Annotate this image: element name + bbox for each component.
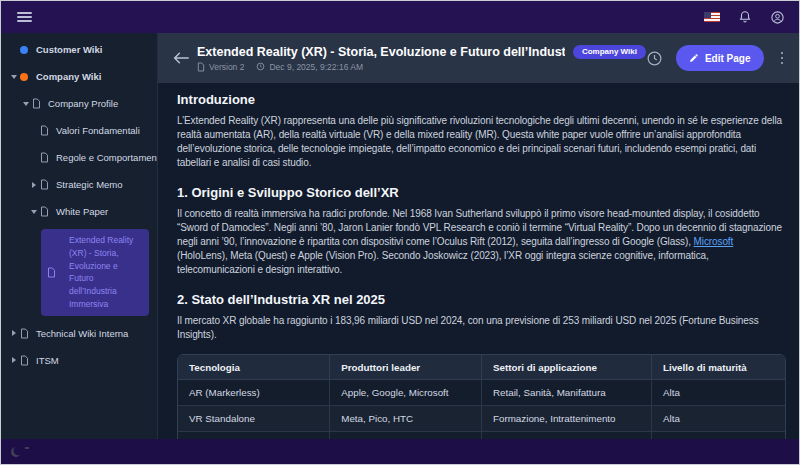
section-heading-stato-industria: 2. Stato dell’Industria XR nel 2025 [177, 292, 786, 307]
us-flag-icon[interactable] [704, 12, 720, 22]
timestamp-label: Dec 9, 2025, 9:22:16 AM [269, 62, 363, 72]
history-clock-icon[interactable] [646, 50, 663, 67]
page-header: Extended Reality (XR) - Storia, Evoluzio… [158, 33, 799, 83]
sidebar-item-label: Company Profile [48, 98, 118, 109]
section-heading-introduzione: Introduzione [177, 92, 786, 107]
sidebar-navigation: Customer Wiki Company Wiki Company Profi… [1, 33, 158, 439]
page-document-icon [40, 152, 49, 163]
version-meta: Version 2 [197, 62, 244, 72]
table-header-cell: Settori di applicazione [482, 355, 652, 380]
sidebar-item-label: Customer Wiki [36, 44, 102, 55]
table-cell: Alta [651, 380, 785, 406]
chevron-right-icon[interactable] [7, 357, 20, 363]
sidebar-item-strategic-memo[interactable]: Strategic Memo [1, 171, 157, 198]
section-paragraph: L’Extended Reality (XR) rappresenta una … [177, 114, 786, 170]
page-document-icon [40, 125, 49, 136]
sidebar-item-label: Extended Reality (XR) - Storia, Evoluzio… [69, 234, 143, 311]
table-cell: Meta, Pico, HTC [330, 406, 482, 432]
chevron-down-icon[interactable] [27, 210, 40, 214]
table-row: MR (Optical see-through) Microsoft, Magi… [178, 432, 785, 440]
table-cell: Retail, Sanità, Manifattura [482, 380, 652, 406]
table-cell: Alta [651, 406, 785, 432]
hamburger-menu-icon[interactable] [15, 9, 34, 25]
timestamp-meta: Dec 9, 2025, 9:22:16 AM [256, 62, 363, 72]
sidebar-item-technical-wiki-interna[interactable]: Technical Wiki Interna [1, 320, 157, 347]
footer-bar [1, 439, 799, 464]
page-document-icon [40, 179, 49, 190]
sidebar-item-label: Regole e Comportamenti [56, 152, 158, 163]
wiki-badge[interactable]: Company Wiki [573, 45, 646, 59]
flag-canton [704, 12, 711, 18]
section-heading-origini: 1. Origini e Sviluppo Storico dell’XR [177, 185, 786, 200]
sidebar-item-company-profile[interactable]: Company Profile [1, 90, 157, 117]
back-arrow-icon[interactable] [168, 52, 194, 64]
chevron-right-icon[interactable] [27, 182, 40, 188]
page-meta: Version 2 Dec 9, 2025, 9:22:16 AM [197, 62, 646, 72]
kebab-menu-icon[interactable] [777, 50, 788, 67]
wiki-dot-icon [20, 73, 28, 81]
sidebar-item-white-paper[interactable]: White Paper [1, 198, 157, 225]
table-cell: Engineering, Medicale [482, 432, 652, 440]
topbar [1, 1, 799, 33]
wiki-dot-icon [20, 46, 28, 54]
sidebar-item-itsm[interactable]: ITSM [1, 347, 157, 374]
chevron-down-icon[interactable] [19, 102, 32, 106]
footer-dash-decoration [25, 447, 29, 449]
paragraph-text: Il concetto di realtà immersiva ha radic… [177, 208, 782, 247]
sidebar-item-label: Company Wiki [36, 71, 101, 82]
page-document-icon [47, 267, 56, 278]
paragraph-text: (HoloLens), Meta (Quest) e Apple (Vision… [177, 250, 709, 275]
sidebar-item-extended-reality-selected[interactable]: Extended Reality (XR) - Storia, Evoluzio… [41, 229, 149, 316]
chevron-right-icon[interactable] [7, 330, 20, 336]
table-header-cell: Livello di maturità [651, 355, 785, 380]
page-title: Extended Reality (XR) - Storia, Evoluzio… [197, 45, 565, 59]
version-label: Version 2 [209, 62, 244, 72]
page-title-group: Extended Reality (XR) - Storia, Evoluzio… [197, 45, 646, 72]
page-document-icon [20, 328, 29, 339]
clock-icon [256, 62, 265, 71]
table-cell: Apple, Google, Microsoft [330, 380, 482, 406]
technology-table: Tecnologia Produttori leader Settori di … [177, 354, 786, 439]
crescent-moon-icon [11, 447, 21, 457]
table-header-cell: Produttori leader [330, 355, 482, 380]
sidebar-item-regole-comportamenti[interactable]: Regole e Comportamenti [1, 144, 157, 171]
section-paragraph: Il concetto di realtà immersiva ha radic… [177, 207, 786, 277]
sidebar-item-label: White Paper [56, 206, 108, 217]
app-window: Customer Wiki Company Wiki Company Profi… [0, 0, 800, 465]
table-cell: Formazione, Intrattenimento [482, 406, 652, 432]
microsoft-link[interactable]: Microsoft [694, 236, 734, 247]
sidebar-item-customer-wiki[interactable]: Customer Wiki [1, 36, 157, 63]
sidebar-item-label: ITSM [36, 355, 59, 366]
table-cell: Microsoft, Magic Leap [330, 432, 482, 440]
sidebar-item-valori-fondamentali[interactable]: Valori Fondamentali [1, 117, 157, 144]
edit-pencil-icon [689, 53, 699, 63]
page-document-icon [32, 98, 41, 109]
table-row: VR Standalone Meta, Pico, HTC Formazione… [178, 406, 785, 432]
chevron-down-icon[interactable] [7, 75, 20, 79]
page-document-icon [20, 355, 29, 366]
table-header-row: Tecnologia Produttori leader Settori di … [178, 355, 785, 380]
edit-page-label: Edit Page [705, 53, 751, 64]
page-document-icon [197, 62, 205, 72]
wiki-article: Introduzione L’Extended Reality (XR) rap… [158, 83, 799, 439]
table-cell: Media [651, 432, 785, 440]
edit-page-button[interactable]: Edit Page [676, 45, 764, 71]
table-header-cell: Tecnologia [178, 355, 330, 380]
table-row: AR (Markerless) Apple, Google, Microsoft… [178, 380, 785, 406]
table-cell: AR (Markerless) [178, 380, 330, 406]
notifications-bell-icon[interactable] [738, 10, 752, 24]
table-cell: MR (Optical see-through) [178, 432, 330, 440]
page-document-icon [40, 206, 49, 217]
sidebar-item-label: Valori Fondamentali [56, 125, 140, 136]
sidebar-item-label: Technical Wiki Interna [36, 328, 128, 339]
topbar-actions [704, 10, 785, 25]
sidebar-item-company-wiki[interactable]: Company Wiki [1, 63, 157, 90]
section-paragraph: Il mercato XR globale ha raggiunto i 183… [177, 314, 786, 342]
sidebar-item-label: Strategic Memo [56, 179, 123, 190]
user-account-icon[interactable] [770, 10, 785, 25]
page-actions: Edit Page [646, 45, 787, 71]
table-cell: VR Standalone [178, 406, 330, 432]
content-area: Extended Reality (XR) - Storia, Evoluzio… [158, 33, 799, 439]
